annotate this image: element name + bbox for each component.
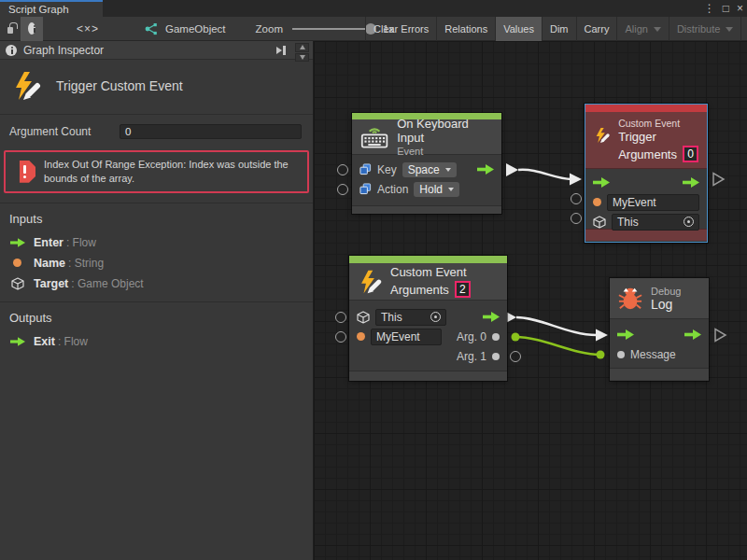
scroll-down-button[interactable] <box>295 53 309 63</box>
input-port-row-target: Target: Game Object <box>0 273 313 294</box>
window-close-icon[interactable]: × <box>737 1 743 16</box>
flow-out-port[interactable] <box>477 164 494 175</box>
zoom-label: Zoom <box>256 23 283 35</box>
argument-count-input[interactable]: 0 <box>120 124 302 139</box>
pages-icon <box>359 163 372 175</box>
message-label: Message <box>630 348 676 361</box>
event-name-field[interactable]: MyEvent <box>607 194 699 211</box>
flow-arrow-icon <box>10 337 25 346</box>
arrow-down-icon <box>300 55 305 60</box>
align-button[interactable]: Align <box>616 17 668 41</box>
object-picker-icon[interactable] <box>430 312 441 322</box>
arguments-label: Arguments <box>390 283 449 297</box>
arguments-value-field[interactable]: 2 <box>455 281 471 298</box>
arg0-label: Arg. 0 <box>457 330 486 343</box>
tab-script-graph[interactable]: Script Graph <box>0 0 103 17</box>
flow-in-port[interactable] <box>593 177 610 188</box>
distribute-caret-icon <box>726 27 733 32</box>
event-name-field[interactable]: MyEvent <box>371 329 442 345</box>
node-subtitle: Event <box>397 146 493 157</box>
node-on-keyboard-input[interactable]: On Keyboard Input Event Key Space Action… <box>352 113 501 214</box>
node-footer <box>349 371 507 381</box>
relations-button[interactable]: Relations <box>436 17 495 41</box>
pages-icon <box>359 183 372 195</box>
flow-out-port[interactable] <box>483 312 500 322</box>
port-keyboard-key[interactable] <box>337 164 348 175</box>
dock-icon <box>276 47 282 54</box>
value-wire-endpoint <box>597 351 605 359</box>
window-tab-bar: Script Graph ⋮ □ × <box>0 0 747 17</box>
scroll-up-button[interactable] <box>295 43 309 52</box>
arg0-port[interactable] <box>492 333 500 341</box>
port-keyboard-action[interactable] <box>337 184 348 195</box>
flow-wire-event-log <box>516 317 597 335</box>
toolbar-button-group: Clear Errors Relations Values Dim Carry … <box>365 17 747 41</box>
node-trigger-custom-event[interactable]: Custom Event Trigger Arguments 0 MyEvent <box>585 104 708 243</box>
target-field[interactable]: This <box>612 214 699 231</box>
window-maximize-icon[interactable]: □ <box>723 1 729 16</box>
action-dropdown[interactable]: Hold <box>414 182 459 197</box>
key-dropdown[interactable]: Space <box>402 162 457 177</box>
inspector-info-icon <box>6 45 17 56</box>
inspector-node-title: Trigger Custom Event <box>56 78 183 93</box>
graph-canvas[interactable]: On Keyboard Input Event Key Space Action… <box>314 41 747 560</box>
message-port[interactable] <box>617 351 625 358</box>
flow-continue-triangle <box>715 329 726 342</box>
node-color-bar <box>349 256 507 263</box>
port-event-arg1-out[interactable] <box>510 351 521 362</box>
flow-in-port[interactable] <box>617 329 634 340</box>
gameobject-label: GameObject <box>165 23 226 35</box>
gameobject-icon <box>144 22 159 35</box>
port-trigger-name[interactable] <box>571 193 582 204</box>
dropdown-caret-icon <box>448 188 454 191</box>
dock-panel-button[interactable] <box>274 44 289 57</box>
node-category: Debug <box>651 286 681 297</box>
node-debug-log[interactable]: Debug Log Message <box>610 278 709 381</box>
lock-button[interactable] <box>0 17 21 41</box>
carry-button[interactable]: Carry <box>576 17 617 41</box>
arg1-port[interactable] <box>492 353 500 360</box>
node-footer <box>352 205 501 214</box>
overview-button[interactable]: Overview <box>740 17 747 41</box>
window-menu-icon[interactable]: ⋮ <box>704 1 715 16</box>
inspector-toggle-button[interactable] <box>21 17 43 41</box>
wire-source-triangle <box>506 163 518 176</box>
arrow-up-icon <box>300 45 305 49</box>
dim-button[interactable]: Dim <box>542 17 576 41</box>
clear-errors-button[interactable]: Clear Errors <box>365 17 436 41</box>
align-caret-icon <box>654 27 661 32</box>
key-label: Key <box>377 163 397 176</box>
code-preview-button[interactable]: <×> <box>69 17 106 41</box>
graph-toolbar: <×> GameObject Zoom 1x Clear Errors Rela… <box>0 17 747 41</box>
inspector-header: Graph Inspector <box>0 41 313 60</box>
node-title: Trigger <box>618 130 698 144</box>
node-custom-event[interactable]: Custom Event Arguments 2 This MyEvent Ar… <box>349 256 507 381</box>
gameobject-reference[interactable]: GameObject <box>144 22 226 35</box>
value-wire-endpoint <box>512 333 520 342</box>
node-error-bar <box>585 105 707 112</box>
node-title: Log <box>651 297 681 312</box>
node-title: On Keyboard Input <box>397 117 493 145</box>
arguments-value-field[interactable]: 0 <box>683 146 698 162</box>
port-event-name[interactable] <box>335 331 346 343</box>
flow-out-port[interactable] <box>683 177 699 188</box>
values-button[interactable]: Values <box>495 17 542 41</box>
distribute-button[interactable]: Distribute <box>669 17 740 41</box>
port-trigger-target[interactable] <box>571 213 582 224</box>
bug-icon <box>618 287 642 311</box>
string-port-icon <box>357 332 365 341</box>
flow-wire-keyboard-trigger <box>518 170 571 179</box>
port-event-target[interactable] <box>335 312 346 323</box>
panel-scroll-spinner <box>295 43 309 62</box>
zoom-slider[interactable] <box>292 28 374 30</box>
gameobject-cube-icon <box>357 311 370 324</box>
node-footer <box>610 368 709 380</box>
info-icon <box>28 22 35 35</box>
code-icon: <×> <box>77 22 99 35</box>
flow-out-port[interactable] <box>684 329 701 340</box>
target-field[interactable]: This <box>375 309 446 326</box>
wire-arrowhead <box>570 174 582 186</box>
object-picker-icon[interactable] <box>684 217 694 227</box>
node-category: Custom Event <box>618 118 698 129</box>
graph-inspector-panel: Graph Inspector Trigger Custom Event Arg… <box>0 41 314 560</box>
